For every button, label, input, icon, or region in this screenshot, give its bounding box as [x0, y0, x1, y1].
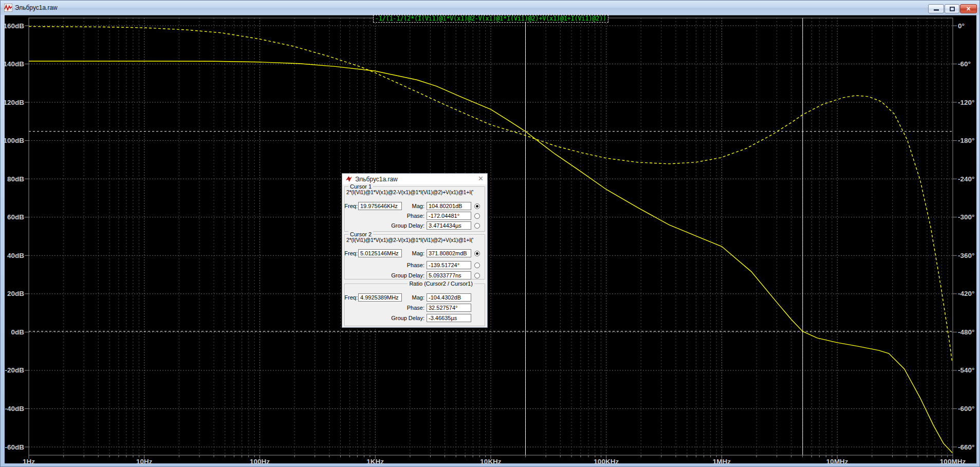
ratio-group-delay-label: Group Delay: — [373, 314, 424, 322]
freq-tick-label: 10KHz — [480, 458, 502, 464]
freq-tick-label: 1MHz — [713, 458, 731, 464]
cursor1-expression: 2*(I(Vi1)@1*V(x1)@2-V(x1)@1*I(Vi1)@2)+V(… — [346, 189, 483, 195]
cursor2-mag-radio[interactable] — [474, 251, 480, 256]
window-titlebar[interactable]: Эльбрус1a.raw ✕ — [1, 1, 979, 15]
cursor1-mag-radio[interactable] — [474, 203, 480, 209]
freq-tick-label: 100MHz — [940, 458, 966, 464]
axis-labels: 1Hz10Hz100Hz1KHz10KHz100KHz1MHz10MHz100M… — [5, 22, 974, 464]
cursor1-phase-label: Phase: — [383, 212, 424, 220]
db-tick-label: 160dB — [5, 22, 24, 30]
freq-tick-label: 10Hz — [136, 458, 153, 464]
cursor1-phase-radio[interactable] — [474, 213, 480, 219]
cursor1-mag-label: Mag: — [399, 202, 424, 210]
phase-tick-label: -300° — [958, 213, 974, 221]
freq-tick-label: 1KHz — [366, 458, 384, 464]
phase-tick-label: -420° — [958, 290, 974, 297]
waveform-icon — [4, 4, 12, 12]
minimize-button[interactable] — [928, 4, 944, 13]
ratio-mag-field[interactable] — [427, 293, 471, 302]
cursor1-freq-field[interactable] — [358, 202, 402, 210]
phase-tick-label: -540° — [958, 366, 974, 374]
minimize-icon — [934, 9, 939, 11]
db-tick-label: 60dB — [7, 213, 24, 221]
ratio-phase-label: Phase: — [383, 304, 424, 312]
ratio-freq-label: Freq: — [344, 293, 358, 302]
db-tick-label: 80dB — [7, 175, 24, 183]
ratio-phase-field[interactable] — [427, 304, 471, 312]
cursor2-expression: 2*(I(Vi1)@1*V(x1)@2-V(x1)@1*I(Vi1)@2)+V(… — [346, 237, 483, 243]
phase-tick-label: -660° — [958, 443, 974, 451]
ratio-group-label: Ratio (Cursor2 / Cursor1) — [408, 281, 474, 287]
cursor-dialog-close-icon[interactable]: ✕ — [478, 175, 484, 182]
db-tick-label: -20dB — [5, 366, 24, 374]
ratio-mag-label: Mag: — [399, 293, 424, 302]
cursor2-group-delay-field[interactable] — [427, 271, 471, 279]
db-tick-label: 0dB — [11, 328, 24, 336]
db-tick-label: -40dB — [5, 405, 24, 413]
freq-tick-label: 1Hz — [23, 458, 35, 464]
phase-tick-label: -480° — [958, 328, 974, 336]
plot-pane[interactable]: 1Hz10Hz100Hz1KHz10KHz100KHz1MHz10MHz100M… — [5, 15, 976, 463]
db-tick-label: 40dB — [7, 252, 24, 259]
phase-tick-label: -240° — [958, 175, 974, 183]
cursor1-mag-field[interactable] — [427, 202, 471, 210]
db-tick-label: 140dB — [5, 60, 24, 68]
phase-curve — [29, 27, 952, 363]
cursor-dialog[interactable]: Эльбрус1a.raw ✕ Cursor 1 2*(I(Vi1)@1*V(x… — [342, 173, 488, 328]
cursor1-freq-label: Freq: — [344, 202, 358, 210]
db-tick-label: 120dB — [5, 99, 24, 106]
phase-tick-label: 0° — [958, 22, 965, 30]
ratio-group-delay-field[interactable] — [427, 314, 471, 322]
bode-plot-chart[interactable]: 1Hz10Hz100Hz1KHz10KHz100KHz1MHz10MHz100M… — [5, 15, 976, 464]
phase-tick-label: -60° — [958, 60, 971, 68]
ratio-freq-field[interactable] — [358, 293, 402, 302]
cursor-dialog-title: Эльбрус1a.raw — [355, 176, 398, 183]
freq-tick-label: 10MHz — [826, 458, 848, 464]
db-tick-label: -60dB — [5, 443, 24, 451]
maximize-button[interactable] — [945, 4, 959, 13]
maximize-icon — [950, 7, 955, 11]
cursor2-group-delay-label: Group Delay: — [373, 271, 424, 279]
db-tick-label: 20dB — [7, 290, 24, 297]
phase-tick-label: -180° — [958, 137, 974, 144]
cursor2-mag-field[interactable] — [427, 249, 471, 257]
close-button[interactable]: ✕ — [960, 4, 977, 13]
ltspice-logo-icon — [345, 176, 353, 182]
phase-tick-label: -600° — [958, 405, 974, 413]
cursor2-phase-field[interactable] — [427, 261, 471, 269]
freq-tick-label: 100KHz — [594, 458, 619, 464]
cursor2-phase-radio[interactable] — [474, 263, 480, 268]
cursor2-group-delay-radio[interactable] — [474, 273, 480, 278]
cursor1-group-delay-field[interactable] — [427, 221, 471, 230]
window-title: Эльбрус1a.raw — [15, 4, 58, 11]
app-window: Эльбрус1a.raw ✕ 1Hz10Hz100Hz1KHz10KHz100… — [0, 0, 980, 467]
cursor2-mag-label: Mag: — [399, 249, 424, 257]
cursor-dialog-titlebar[interactable]: Эльбрус1a.raw ✕ — [342, 174, 487, 184]
cursor2-freq-field[interactable] — [358, 249, 402, 257]
cursor1-group-delay-radio[interactable] — [474, 223, 480, 229]
cursor1-group-delay-label: Group Delay: — [373, 221, 424, 230]
trace-expression-title[interactable]: -1/(1-1/(2*(I(Vi1)@1*V(x1)@2-V(x1)@1*I(V… — [373, 15, 608, 23]
phase-tick-label: -360° — [958, 252, 974, 259]
axes-layer — [25, 18, 957, 459]
db-tick-label: 100dB — [5, 137, 24, 144]
cursor2-freq-label: Freq: — [344, 249, 358, 257]
phase-tick-label: -120° — [958, 99, 974, 106]
freq-tick-label: 100Hz — [250, 458, 270, 464]
cursor1-phase-field[interactable] — [427, 212, 471, 220]
grid-layer — [29, 18, 953, 455]
close-icon: ✕ — [966, 6, 971, 12]
cursor2-phase-label: Phase: — [383, 261, 424, 269]
